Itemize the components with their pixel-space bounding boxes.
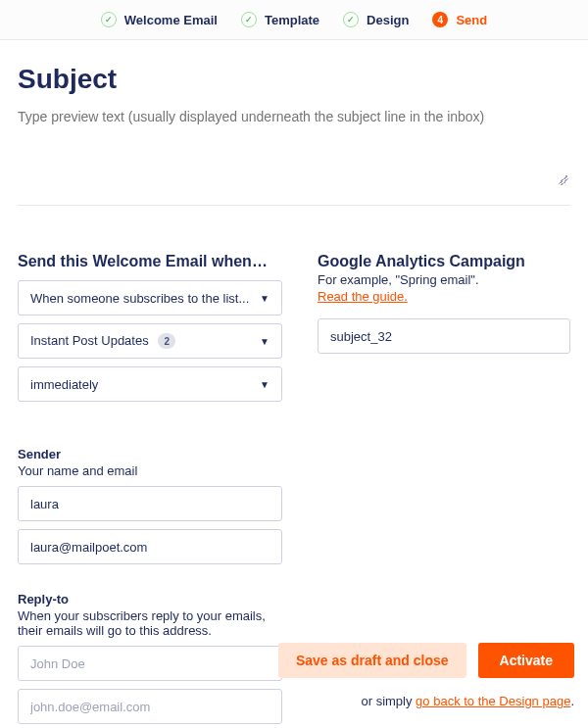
chevron-down-icon: ▼	[260, 336, 270, 347]
left-column: Send this Welcome Email when… When someo…	[18, 253, 282, 724]
check-icon: ✓	[101, 12, 117, 27]
reply-description: When your subscribers reply to your emai…	[18, 608, 282, 638]
divider	[18, 205, 570, 206]
chevron-down-icon: ▼	[260, 379, 270, 390]
preview-text-wrapper	[18, 109, 570, 187]
trigger-delay-select[interactable]: immediately ▼	[18, 366, 282, 402]
check-icon: ✓	[241, 12, 257, 27]
sender-section: Sender Your name and email	[18, 447, 282, 564]
trigger-list-select[interactable]: Instant Post Updates 2 ▼	[18, 323, 282, 359]
sender-description: Your name and email	[18, 463, 282, 478]
step-send[interactable]: 4 Send	[432, 12, 487, 27]
sender-email-input[interactable]	[18, 529, 282, 564]
sender-name-input[interactable]	[18, 486, 282, 521]
step-label: Template	[265, 13, 319, 27]
trigger-event-select[interactable]: When someone subscribes to the list... ▼	[18, 280, 282, 315]
step-label: Welcome Email	[124, 13, 218, 27]
activate-button[interactable]: Activate	[478, 643, 574, 678]
select-value: Instant Post Updates 2	[30, 333, 175, 350]
footer-text: or simply go back to the Design page.	[278, 694, 574, 708]
footer-or-text: or simply	[361, 694, 416, 708]
back-to-design-link[interactable]: go back to the Design page	[416, 694, 570, 708]
reply-title: Reply-to	[18, 592, 282, 607]
check-icon: ✓	[343, 12, 359, 27]
step-welcome-email[interactable]: ✓ Welcome Email	[101, 12, 218, 27]
step-design[interactable]: ✓ Design	[343, 12, 409, 27]
ga-title: Google Analytics Campaign	[318, 253, 570, 270]
chevron-down-icon: ▼	[260, 293, 270, 304]
button-row: Save as draft and close Activate	[278, 643, 574, 678]
sender-title: Sender	[18, 447, 282, 461]
ga-guide-link[interactable]: Read the guide.	[318, 289, 408, 304]
trigger-title: Send this Welcome Email when…	[18, 253, 282, 270]
preview-text-input[interactable]	[18, 109, 570, 146]
reply-email-input[interactable]	[18, 689, 282, 724]
reply-name-input[interactable]	[18, 646, 282, 681]
save-draft-button[interactable]: Save as draft and close	[278, 643, 466, 678]
footer-actions: Save as draft and close Activate or simp…	[278, 643, 574, 708]
step-label: Send	[456, 13, 487, 27]
step-label: Design	[367, 13, 409, 27]
resize-handle-icon[interactable]	[559, 175, 568, 185]
select-value: immediately	[30, 377, 98, 392]
reply-section: Reply-to When your subscribers reply to …	[18, 592, 282, 724]
subject-heading: Subject	[18, 64, 570, 95]
ga-campaign-input[interactable]	[318, 318, 570, 354]
select-value: When someone subscribes to the list...	[30, 291, 249, 306]
step-template[interactable]: ✓ Template	[241, 12, 319, 27]
main-content: Subject Send this Welcome Email when… Wh…	[0, 40, 588, 724]
ga-example: For example, "Spring email".	[318, 272, 570, 287]
step-number-badge: 4	[432, 12, 448, 27]
wizard-steps: ✓ Welcome Email ✓ Template ✓ Design 4 Se…	[0, 0, 588, 40]
count-badge: 2	[158, 333, 175, 349]
